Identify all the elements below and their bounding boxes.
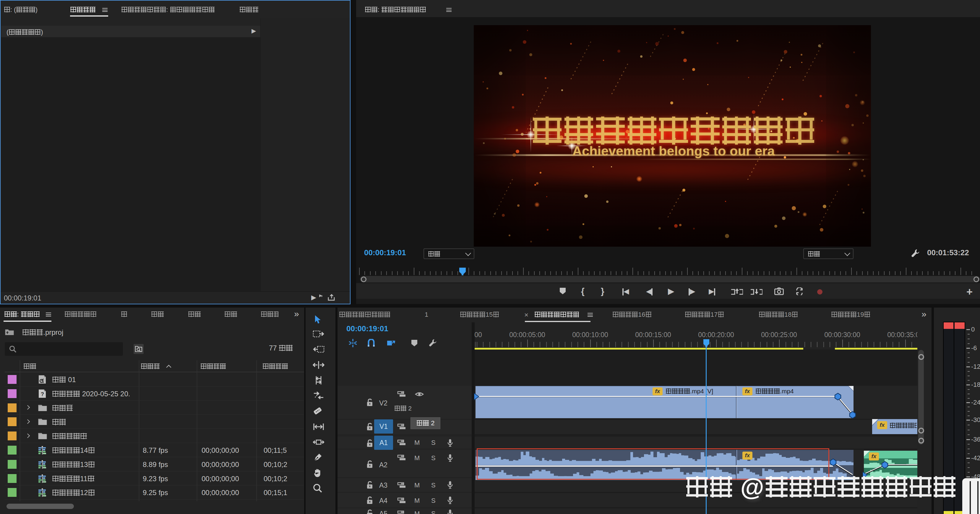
svg-text:?: ? [41, 391, 44, 397]
